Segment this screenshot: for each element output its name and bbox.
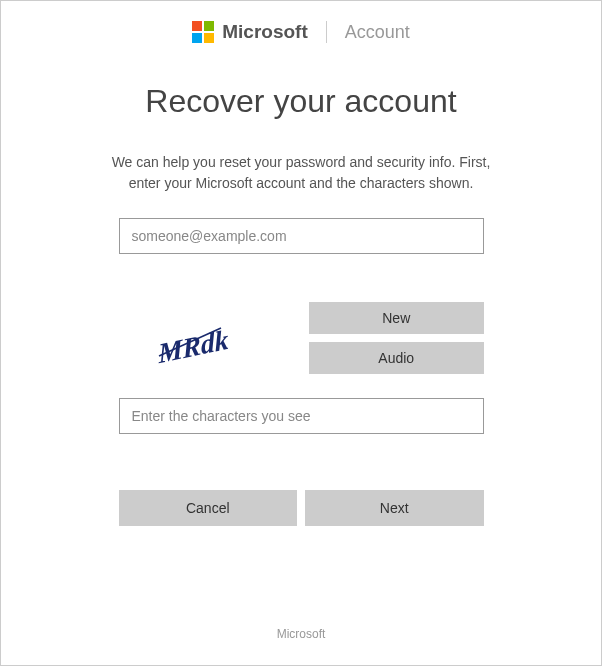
header: Microsoft Account	[1, 1, 601, 59]
captcha-image: MRdk	[119, 303, 294, 373]
divider	[326, 21, 327, 43]
cancel-button[interactable]: Cancel	[119, 490, 298, 526]
main-content: Recover your account We can help you res…	[1, 59, 601, 603]
instructions-text: We can help you reset your password and …	[111, 152, 491, 194]
page-title: Recover your account	[145, 83, 456, 120]
action-buttons: Cancel Next	[119, 490, 484, 526]
microsoft-logo-icon	[192, 21, 214, 43]
new-captcha-button[interactable]: New	[309, 302, 484, 334]
brand-section: Account	[345, 22, 410, 43]
footer: Microsoft	[1, 603, 601, 665]
captcha-buttons: New Audio	[309, 302, 484, 374]
captcha-input[interactable]	[119, 398, 484, 434]
audio-captcha-button[interactable]: Audio	[309, 342, 484, 374]
next-button[interactable]: Next	[305, 490, 484, 526]
email-input[interactable]	[119, 218, 484, 254]
brand-name: Microsoft	[222, 21, 308, 43]
captcha-section: MRdk New Audio	[119, 302, 484, 374]
captcha-text: MRdk	[156, 323, 229, 368]
footer-text: Microsoft	[277, 627, 326, 641]
